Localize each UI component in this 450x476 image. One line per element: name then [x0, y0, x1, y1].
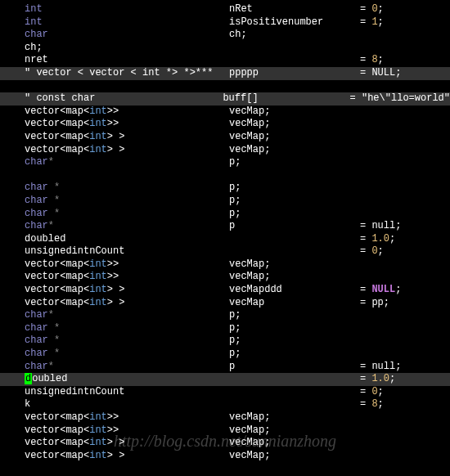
- code-token: int: [25, 3, 43, 15]
- code-token: char: [25, 322, 48, 334]
- code-token: "he\"llo=world": [362, 92, 450, 104]
- code-token: 8: [371, 54, 377, 65]
- code-token: buff[]: [223, 92, 258, 104]
- code-line: char*p;: [0, 309, 450, 322]
- code-line: char *p;: [0, 182, 450, 195]
- code-token: *: [54, 208, 60, 219]
- code-token: > >: [107, 297, 125, 308]
- code-token: *: [54, 182, 60, 193]
- code-token: > >: [107, 144, 125, 155]
- code-token: char: [25, 156, 48, 168]
- code-line: vector<map<int>>vecMap;: [0, 271, 450, 284]
- code-token: p;: [229, 335, 241, 346]
- code-token: vecMap;: [229, 106, 270, 117]
- code-token: *: [48, 361, 54, 372]
- code-token: *: [48, 309, 54, 321]
- code-line: ch;: [0, 42, 450, 55]
- code-token: *: [54, 322, 60, 334]
- code-token: >>: [107, 271, 119, 282]
- code-line: char*p= null;: [0, 361, 450, 374]
- code-token: ;: [389, 233, 395, 245]
- code-line: vector<map<int> >vecMap;: [0, 144, 450, 157]
- code-token: 8: [371, 398, 377, 410]
- code-token: ch;: [229, 29, 247, 40]
- code-token: NULL: [371, 284, 395, 295]
- code-token: vecMap;: [229, 271, 270, 282]
- code-token: p: [229, 220, 235, 231]
- code-token: doubled: [25, 233, 65, 245]
- code-token: = NULL;: [360, 67, 401, 79]
- code-token: *: [54, 195, 60, 206]
- code-token: int: [89, 258, 107, 270]
- code-token: vector<map<: [25, 297, 89, 308]
- code-token: =: [360, 16, 371, 28]
- code-token: int: [89, 118, 107, 129]
- code-token: p;: [229, 322, 241, 334]
- code-token: vecMap;: [229, 131, 270, 142]
- code-token: vector<map<: [25, 411, 89, 423]
- code-line: vector<map<int>>vecMap;: [0, 424, 450, 438]
- code-token: >>: [107, 424, 119, 436]
- code-token: ;: [378, 398, 384, 410]
- code-token: unsignedintnCount: [25, 386, 124, 397]
- code-line: char*p;: [0, 156, 450, 169]
- code-token: char: [25, 335, 48, 346]
- code-token: [48, 182, 54, 193]
- code-token: int: [89, 144, 107, 155]
- code-token: vector<map<: [25, 284, 89, 295]
- code-token: vector < vector < int *> *>***: [30, 67, 213, 79]
- code-token: ;: [378, 245, 384, 257]
- code-token: =: [360, 373, 371, 384]
- code-token: ppppp: [229, 67, 259, 79]
- code-token: vecMap;: [229, 424, 270, 436]
- code-token: vecMap;: [229, 258, 270, 270]
- code-token: char: [25, 182, 48, 193]
- code-token: vector<map<: [25, 437, 89, 448]
- code-line: char *p;: [0, 322, 450, 335]
- code-token: >>: [107, 258, 119, 270]
- code-token: ;: [395, 284, 401, 295]
- code-token: char: [25, 208, 48, 219]
- code-token: >>: [107, 118, 119, 129]
- code-token: = null;: [360, 220, 401, 231]
- code-line: charch;: [0, 29, 450, 42]
- code-token: [48, 322, 54, 334]
- code-line: nret= 8;: [0, 54, 450, 67]
- code-line: [0, 169, 450, 182]
- code-token: 1.0: [371, 373, 389, 384]
- code-token: = pp;: [360, 297, 389, 308]
- code-token: nRet: [229, 3, 253, 15]
- code-token: ;: [378, 386, 384, 397]
- code-line: unsignedintnCount= 0;: [0, 245, 450, 258]
- code-token: unsignedintnCount: [25, 245, 124, 257]
- code-token: vector<map<: [25, 118, 89, 129]
- code-token: p;: [229, 348, 241, 359]
- code-line: " const charbuff[]= "he\"llo=world": [0, 92, 450, 106]
- text-cursor: d: [25, 373, 32, 384]
- code-line: vector<map<int> >vecMap;: [0, 131, 450, 144]
- code-line: " vector < vector < int *> *>***ppppp= N…: [0, 67, 450, 80]
- code-token: int: [89, 131, 107, 142]
- code-token: isPositivenumber: [229, 16, 323, 28]
- code-line: char *p;: [0, 335, 450, 348]
- code-line: char *p;: [0, 195, 450, 208]
- code-token: vector<map<: [25, 144, 89, 155]
- code-token: =: [360, 3, 371, 15]
- code-token: =: [360, 245, 371, 257]
- code-token: vector<map<: [25, 131, 89, 142]
- code-line: vector<map<int>>vecMap;: [0, 411, 450, 424]
- code-token: vecMap;: [229, 450, 270, 461]
- code-editor[interactable]: intnRet= 0;intisPositivenumber= 1;charch…: [0, 3, 450, 462]
- code-token: int: [25, 16, 43, 28]
- code-token: vector<map<: [25, 450, 89, 461]
- code-line: doubled= 1.0;: [0, 233, 450, 246]
- code-token: 0: [371, 245, 377, 257]
- code-token: const char: [30, 92, 95, 104]
- code-token: 1: [371, 16, 377, 28]
- code-token: vector<map<: [25, 424, 89, 436]
- code-token: p;: [229, 195, 241, 206]
- code-token: >>: [107, 411, 119, 423]
- code-line: char *p;: [0, 348, 450, 361]
- code-token: *: [48, 220, 54, 231]
- code-token: char: [25, 361, 48, 372]
